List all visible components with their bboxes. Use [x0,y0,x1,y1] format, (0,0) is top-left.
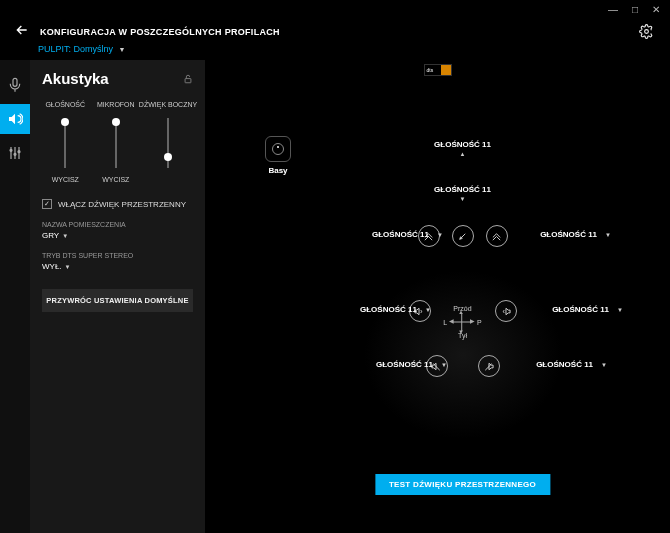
content-area: dts Basy GŁOŚNOŚĆ 11 ▲ GŁOŚNOŚĆ 11 ▼ [205,60,670,533]
speaker-label: GŁOŚNOŚĆ 11 [540,230,597,239]
svg-point-0 [645,30,649,34]
speaker-front-right-up[interactable] [486,225,508,247]
slider-mic: MIKROFON WYCISZ [93,101,140,183]
slider-thumb[interactable] [112,118,120,126]
mute-mic[interactable]: WYCISZ [102,176,129,183]
profile-value: Domyślny [74,44,114,54]
slider-sidetone: DŹWIĘK BOCZNY [143,101,193,183]
mic-slider[interactable] [115,118,117,168]
room-name-select[interactable]: GRY▼ [42,231,193,240]
lock-icon[interactable] [183,74,193,86]
speaker-rear-right[interactable] [478,355,500,377]
chevron-down-icon[interactable]: ▼ [605,232,611,238]
speaker-label: GŁOŚNOŚĆ 11 [434,185,491,194]
chevron-down-icon[interactable]: ▼ [441,362,447,368]
chevron-down-icon[interactable]: ▼ [460,196,466,202]
chevron-down-icon[interactable]: ▼ [437,232,443,238]
speaker-label: GŁOŚNOŚĆ 11 [376,360,433,369]
nav-mic[interactable] [0,70,30,100]
surround-checkbox[interactable]: ✓ WŁĄCZ DŹWIĘK PRZESTRZENNY [42,199,193,209]
left-label: L [443,319,447,326]
dts-logo: dts [424,64,452,76]
mute-volume[interactable]: WYCISZ [52,176,79,183]
window-close[interactable]: ✕ [652,4,660,15]
slider-thumb[interactable] [164,153,172,161]
surround-layout: GŁOŚNOŚĆ 11 ▲ GŁOŚNOŚĆ 11 ▼ [275,130,650,505]
svg-point-3 [14,153,16,155]
dts-mode-label: TRYB DTS SUPER STEREO [42,252,193,259]
chevron-up-icon[interactable]: ▲ [460,151,466,157]
dts-mode-select[interactable]: WYŁ.▼ [42,262,193,271]
speaker-label: GŁOŚNOŚĆ 11 [536,360,593,369]
settings-button[interactable] [639,24,654,42]
test-surround-button[interactable]: TEST DŹWIĘKU PRZESTRZENNEGO [375,474,550,495]
right-label: P [477,319,482,326]
svg-point-2 [10,149,12,151]
chevron-down-icon[interactable]: ▼ [601,362,607,368]
speaker-right[interactable] [495,300,517,322]
svg-rect-1 [13,78,17,86]
chevron-down-icon: ▼ [119,46,126,53]
chevron-down-icon: ▼ [62,233,68,239]
room-name-label: NAZWA POMIESZCZENIA [42,221,193,228]
sidebar: Akustyka GŁOŚNOŚĆ WYCISZ MIKROFON WYCISZ… [30,60,205,533]
sidebar-title: Akustyka [42,70,193,87]
window-minimize[interactable]: — [608,4,618,15]
nav-rail [0,60,30,533]
speaker-label: GŁOŚNOŚĆ 11 [360,305,417,314]
profile-selector[interactable]: PULPIT: Domyślny ▼ [0,44,670,60]
slider-volume: GŁOŚNOŚĆ WYCISZ [42,101,89,183]
reset-defaults-button[interactable]: PRZYWRÓC USTAWIENIA DOMYŚLNE [42,289,193,312]
chevron-down-icon: ▼ [65,264,71,270]
speaker-label: GŁOŚNOŚĆ 11 [552,305,609,314]
profile-label: PULPIT: [38,44,71,54]
page-title: KONFIGURACJA W POSZCZEGÓLNYCH PROFILACH [40,27,280,37]
slider-thumb[interactable] [61,118,69,126]
window-maximize[interactable]: □ [632,4,638,15]
nav-audio[interactable] [0,104,30,134]
position-control[interactable]: Przód L ▲ ▼ ◀ ▶ P Tył [443,305,482,339]
svg-rect-5 [185,79,191,83]
volume-slider[interactable] [64,118,66,168]
chevron-down-icon[interactable]: ▼ [617,307,623,313]
svg-point-4 [18,151,20,153]
nav-equalizer[interactable] [0,138,30,168]
speaker-label: GŁOŚNOŚĆ 11 [372,230,429,239]
speaker-center[interactable] [452,225,474,247]
surround-label: WŁĄCZ DŹWIĘK PRZESTRZENNY [58,200,186,209]
speaker-label: GŁOŚNOŚĆ 11 [434,140,491,149]
chevron-down-icon[interactable]: ▼ [425,307,431,313]
back-button[interactable] [14,22,30,42]
sidetone-slider[interactable] [167,118,169,168]
checkbox-icon: ✓ [42,199,52,209]
